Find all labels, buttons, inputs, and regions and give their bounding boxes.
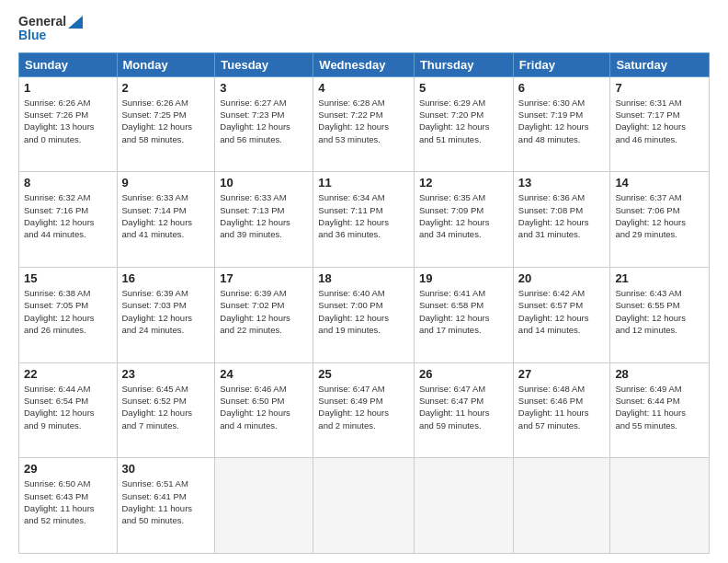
calendar-cell: 10Sunrise: 6:33 AM Sunset: 7:13 PM Dayli… (215, 172, 313, 268)
day-number: 20 (518, 271, 606, 285)
calendar-cell: 1Sunrise: 6:26 AM Sunset: 7:26 PM Daylig… (19, 76, 118, 172)
calendar-week-1: 1Sunrise: 6:26 AM Sunset: 7:26 PM Daylig… (19, 76, 710, 172)
day-number: 13 (518, 176, 606, 190)
day-info: Sunrise: 6:47 AM Sunset: 6:49 PM Dayligh… (318, 383, 409, 431)
day-number: 18 (318, 271, 409, 285)
calendar-cell: 2Sunrise: 6:26 AM Sunset: 7:25 PM Daylig… (117, 76, 215, 172)
calendar-week-3: 15Sunrise: 6:38 AM Sunset: 7:05 PM Dayli… (19, 268, 710, 363)
calendar-cell: 5Sunrise: 6:29 AM Sunset: 7:20 PM Daylig… (414, 76, 513, 172)
day-number: 1 (24, 81, 112, 95)
day-info: Sunrise: 6:27 AM Sunset: 7:23 PM Dayligh… (220, 97, 308, 145)
calendar-cell: 6Sunrise: 6:30 AM Sunset: 7:19 PM Daylig… (513, 76, 610, 172)
calendar-cell: 26Sunrise: 6:47 AM Sunset: 6:47 PM Dayli… (414, 362, 513, 458)
day-info: Sunrise: 6:41 AM Sunset: 6:58 PM Dayligh… (419, 287, 508, 336)
calendar-cell: 21Sunrise: 6:43 AM Sunset: 6:55 PM Dayli… (610, 268, 710, 363)
calendar-cell: 11Sunrise: 6:34 AM Sunset: 7:11 PM Dayli… (313, 172, 415, 268)
calendar-header-saturday: Saturday (610, 52, 710, 76)
day-number: 28 (615, 367, 704, 381)
calendar-cell: 17Sunrise: 6:39 AM Sunset: 7:02 PM Dayli… (215, 268, 313, 363)
logo-wing-icon (68, 16, 83, 29)
calendar-header-tuesday: Tuesday (215, 52, 313, 76)
day-number: 4 (318, 81, 409, 95)
day-number: 24 (220, 367, 308, 381)
logo: General Blue (18, 15, 86, 43)
day-info: Sunrise: 6:29 AM Sunset: 7:20 PM Dayligh… (419, 97, 508, 145)
day-info: Sunrise: 6:38 AM Sunset: 7:05 PM Dayligh… (24, 287, 112, 336)
day-info: Sunrise: 6:36 AM Sunset: 7:08 PM Dayligh… (518, 191, 606, 240)
day-info: Sunrise: 6:44 AM Sunset: 6:54 PM Dayligh… (24, 383, 112, 431)
calendar-cell: 29Sunrise: 6:50 AM Sunset: 6:43 PM Dayli… (19, 458, 118, 554)
day-info: Sunrise: 6:35 AM Sunset: 7:09 PM Dayligh… (419, 191, 508, 240)
calendar-cell: 7Sunrise: 6:31 AM Sunset: 7:17 PM Daylig… (610, 76, 710, 172)
day-info: Sunrise: 6:39 AM Sunset: 7:03 PM Dayligh… (122, 287, 210, 336)
calendar-cell: 9Sunrise: 6:33 AM Sunset: 7:14 PM Daylig… (117, 172, 215, 268)
day-info: Sunrise: 6:31 AM Sunset: 7:17 PM Dayligh… (615, 97, 704, 145)
day-number: 6 (518, 81, 606, 95)
calendar-header-row: SundayMondayTuesdayWednesdayThursdayFrid… (19, 52, 710, 76)
page: General Blue SundayMondayTuesdayWednesda… (0, 0, 728, 563)
day-number: 5 (419, 81, 508, 95)
day-info: Sunrise: 6:28 AM Sunset: 7:22 PM Dayligh… (318, 97, 409, 145)
calendar-cell (414, 458, 513, 554)
calendar-cell: 19Sunrise: 6:41 AM Sunset: 6:58 PM Dayli… (414, 268, 513, 363)
calendar-cell: 15Sunrise: 6:38 AM Sunset: 7:05 PM Dayli… (19, 268, 118, 363)
calendar-cell: 18Sunrise: 6:40 AM Sunset: 7:00 PM Dayli… (313, 268, 415, 363)
day-number: 16 (122, 271, 210, 285)
day-number: 19 (419, 271, 508, 285)
day-info: Sunrise: 6:48 AM Sunset: 6:46 PM Dayligh… (518, 383, 606, 431)
day-info: Sunrise: 6:45 AM Sunset: 6:52 PM Dayligh… (122, 383, 210, 431)
day-number: 15 (24, 271, 112, 285)
day-number: 7 (615, 81, 704, 95)
calendar-cell: 25Sunrise: 6:47 AM Sunset: 6:49 PM Dayli… (313, 362, 415, 458)
calendar-header-wednesday: Wednesday (313, 52, 415, 76)
day-info: Sunrise: 6:40 AM Sunset: 7:00 PM Dayligh… (318, 287, 409, 336)
day-info: Sunrise: 6:30 AM Sunset: 7:19 PM Dayligh… (518, 97, 606, 145)
calendar-week-2: 8Sunrise: 6:32 AM Sunset: 7:16 PM Daylig… (19, 172, 710, 268)
calendar-cell: 4Sunrise: 6:28 AM Sunset: 7:22 PM Daylig… (313, 76, 415, 172)
day-info: Sunrise: 6:33 AM Sunset: 7:13 PM Dayligh… (220, 191, 308, 240)
calendar-cell (513, 458, 610, 554)
calendar-header-monday: Monday (117, 52, 215, 76)
calendar-cell: 14Sunrise: 6:37 AM Sunset: 7:06 PM Dayli… (610, 172, 710, 268)
calendar-cell: 3Sunrise: 6:27 AM Sunset: 7:23 PM Daylig… (215, 76, 313, 172)
calendar-cell: 22Sunrise: 6:44 AM Sunset: 6:54 PM Dayli… (19, 362, 118, 458)
calendar-cell: 16Sunrise: 6:39 AM Sunset: 7:03 PM Dayli… (117, 268, 215, 363)
day-number: 21 (615, 271, 704, 285)
calendar-header-friday: Friday (513, 52, 610, 76)
day-info: Sunrise: 6:43 AM Sunset: 6:55 PM Dayligh… (615, 287, 704, 336)
day-number: 8 (24, 176, 112, 190)
day-number: 25 (318, 367, 409, 381)
header: General Blue (18, 15, 710, 43)
calendar-cell: 27Sunrise: 6:48 AM Sunset: 6:46 PM Dayli… (513, 362, 610, 458)
day-number: 27 (518, 367, 606, 381)
day-number: 9 (122, 176, 210, 190)
day-info: Sunrise: 6:26 AM Sunset: 7:26 PM Dayligh… (24, 97, 112, 145)
calendar-cell: 24Sunrise: 6:46 AM Sunset: 6:50 PM Dayli… (215, 362, 313, 458)
calendar-week-4: 22Sunrise: 6:44 AM Sunset: 6:54 PM Dayli… (19, 362, 710, 458)
day-number: 17 (220, 271, 308, 285)
day-info: Sunrise: 6:42 AM Sunset: 6:57 PM Dayligh… (518, 287, 606, 336)
day-number: 10 (220, 176, 308, 190)
day-number: 29 (24, 462, 112, 476)
day-info: Sunrise: 6:50 AM Sunset: 6:43 PM Dayligh… (24, 477, 112, 526)
day-info: Sunrise: 6:46 AM Sunset: 6:50 PM Dayligh… (220, 383, 308, 431)
day-number: 23 (122, 367, 210, 381)
day-number: 30 (122, 462, 210, 476)
calendar-header-sunday: Sunday (19, 52, 118, 76)
calendar-cell: 13Sunrise: 6:36 AM Sunset: 7:08 PM Dayli… (513, 172, 610, 268)
day-info: Sunrise: 6:49 AM Sunset: 6:44 PM Dayligh… (615, 383, 704, 431)
day-info: Sunrise: 6:34 AM Sunset: 7:11 PM Dayligh… (318, 191, 409, 240)
calendar-cell (215, 458, 313, 554)
calendar-cell: 30Sunrise: 6:51 AM Sunset: 6:41 PM Dayli… (117, 458, 215, 554)
calendar-cell (313, 458, 415, 554)
day-number: 22 (24, 367, 112, 381)
calendar-header-thursday: Thursday (414, 52, 513, 76)
day-number: 14 (615, 176, 704, 190)
calendar-cell: 20Sunrise: 6:42 AM Sunset: 6:57 PM Dayli… (513, 268, 610, 363)
day-info: Sunrise: 6:51 AM Sunset: 6:41 PM Dayligh… (122, 477, 210, 526)
day-number: 12 (419, 176, 508, 190)
calendar-cell: 23Sunrise: 6:45 AM Sunset: 6:52 PM Dayli… (117, 362, 215, 458)
day-number: 26 (419, 367, 508, 381)
logo-general-text: General (18, 15, 66, 29)
day-number: 3 (220, 81, 308, 95)
